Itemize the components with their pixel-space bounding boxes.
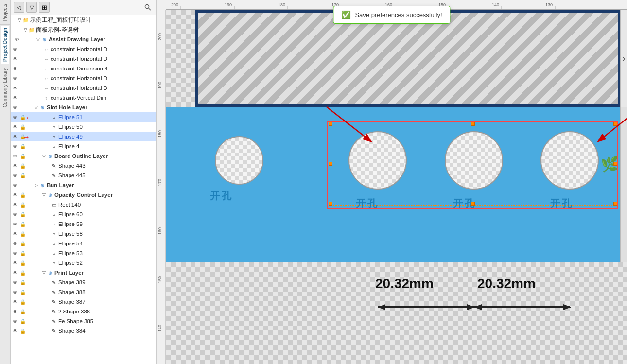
tree-item-e50[interactable]: 👁🔒 ○ Ellipse 50 [11, 122, 156, 132]
tree-child-root[interactable]: ▽ 📁 面板示例-圣诞树 [11, 25, 156, 35]
eye-icon-e4[interactable]: 👁 [12, 143, 18, 150]
eye-icon-e49[interactable]: 👁 [12, 133, 18, 140]
toolbar-btn-2[interactable]: ▽ [26, 2, 37, 13]
tree-toggle-child[interactable]: ▽ [22, 27, 28, 33]
tree-item-ch3[interactable]: 👁 ↔ constraint-Dimension 4 [11, 64, 156, 73]
tree-toggle-root[interactable]: ▽ [17, 17, 22, 23]
toggle-bun[interactable]: ▷ [33, 182, 39, 188]
toggle-slot[interactable]: ▽ [33, 104, 39, 110]
eye-icon[interactable]: 👁 [12, 46, 18, 52]
toggle-print[interactable]: ▽ [41, 270, 47, 276]
lock-icon-e59[interactable]: 🔒 [19, 221, 26, 227]
tree-item-ch2[interactable]: 👁 ↔ constraint-Horizontal D [11, 54, 156, 64]
eye-icon-board[interactable]: 👁 [12, 153, 18, 159]
lock-icon-s385[interactable]: 🔒 [19, 318, 26, 325]
tree-layer-bun[interactable]: 👁 ▷ ⊕ Bun Layer [11, 180, 156, 190]
eye-icon-s387[interactable]: 👁 [12, 298, 18, 305]
tree-item-s387[interactable]: 👁🔒 ✎ Shape 387 [11, 297, 156, 307]
tree-item-e51[interactable]: 👁 🔒 → ○ Ellipse 51 [11, 112, 156, 122]
lock-icon-e54[interactable]: 🔒 [19, 240, 26, 247]
tree-layer-opacity[interactable]: 👁🔒 ▽ ⊕ Opacity Control Layer [11, 190, 156, 200]
eye-icon-slot[interactable]: 👁 [12, 104, 18, 111]
tree-item-ch6[interactable]: 👁 ↕ constraint-Vertical Dim [11, 93, 156, 103]
tree-item-r140[interactable]: 👁🔒 ▭ Rect 140 [11, 200, 156, 209]
tree-item-e53[interactable]: 👁🔒 ○ Ellipse 53 [11, 248, 156, 258]
tree-item-s386[interactable]: 👁🔒 ✎ 2 Shape 386 [11, 307, 156, 316]
eye-icon-assist[interactable]: 👁 [14, 36, 20, 43]
tree-item-s385[interactable]: 👁🔒 ✎ Fe Shape 385 [11, 316, 156, 326]
search-icon[interactable] [142, 2, 153, 13]
eye-icon-e54[interactable]: 👁 [12, 240, 18, 247]
toolbar-btn-3[interactable]: ⊞ [39, 2, 50, 13]
eye-icon-s384[interactable]: 👁 [12, 328, 18, 334]
toggle-board[interactable]: ▽ [41, 153, 47, 159]
lock-icon-e52[interactable]: 🔒 [19, 260, 26, 266]
tree-item-e49[interactable]: 👁 🔒 → ○ Ellipse 49 [11, 132, 156, 141]
tree-item-s443[interactable]: 👁🔒 ✎ Shape 443 [11, 161, 156, 171]
eye-icon-e59[interactable]: 👁 [12, 221, 18, 227]
sidebar-tab-projects[interactable]: Projects [1, 2, 9, 23]
eye-icon-e60[interactable]: 👁 [12, 211, 18, 218]
eye-icon-s443[interactable]: 👁 [12, 162, 18, 169]
tree-layer-assist[interactable]: 👁 ▽ ⊕ Assist Drawing Layer [11, 35, 156, 44]
eye-icon[interactable]: 👁 [12, 85, 18, 91]
lock-icon-s386[interactable]: 🔒 [19, 308, 26, 315]
lock-icon-e53[interactable]: 🔒 [19, 250, 26, 257]
lock-icon-s443[interactable]: 🔒 [19, 162, 26, 169]
eye-icon-s445[interactable]: 👁 [12, 172, 18, 179]
toolbar-btn-1[interactable]: ◁ [14, 2, 24, 13]
eye-icon-s388[interactable]: 👁 [12, 289, 18, 295]
lock-icon-print[interactable]: 🔒 [19, 269, 26, 276]
tree-item-e52[interactable]: 👁🔒 ○ Ellipse 52 [11, 258, 156, 268]
tree-item-s445[interactable]: 👁🔒 ✎ Shape 445 [11, 171, 156, 180]
tree-item-e59[interactable]: 👁🔒 ○ Ellipse 59 [11, 219, 156, 229]
tree-item-ch4[interactable]: 👁 ↔ constraint-Horizontal D [11, 73, 156, 83]
tree-item-e54[interactable]: 👁🔒 ○ Ellipse 54 [11, 239, 156, 248]
eye-icon[interactable]: 👁 [12, 55, 18, 62]
lock-icon-e58[interactable]: 🔒 [19, 230, 26, 237]
eye-icon-s386[interactable]: 👁 [12, 308, 18, 315]
lock-icon-s387[interactable]: 🔒 [19, 298, 26, 305]
tree-item-s384[interactable]: 👁🔒 ✎ Shape 384 [11, 326, 156, 336]
eye-icon-bun[interactable]: 👁 [12, 182, 18, 189]
lock-icon-board[interactable]: 🔒 [19, 153, 26, 159]
eye-icon-s389[interactable]: 👁 [12, 279, 18, 286]
eye-icon-opacity[interactable]: 👁 [12, 191, 18, 198]
lock-icon-s445[interactable]: 🔒 [19, 172, 26, 179]
lock-icon-opacity[interactable]: 🔒 [19, 191, 26, 198]
lock-icon-s384[interactable]: 🔒 [19, 328, 26, 334]
eye-icon[interactable]: 👁 [12, 94, 18, 101]
tree-item-ch1[interactable]: 👁 ↔ constraint-Horizontal D [11, 44, 156, 54]
eye-icon[interactable]: 👁 [12, 75, 18, 82]
tree-item-e58[interactable]: 👁🔒 ○ Ellipse 58 [11, 229, 156, 239]
lock-icon-e50[interactable]: 🔒 [19, 123, 26, 130]
lock-icon-r140[interactable]: 🔒 [19, 201, 26, 208]
sidebar-tab-commonly-library[interactable]: Commonly Library [1, 66, 9, 109]
lock-icon-s389[interactable]: 🔒 [19, 279, 26, 286]
tree-item-s388[interactable]: 👁🔒 ✎ Shape 388 [11, 287, 156, 297]
eye-icon-e58[interactable]: 👁 [12, 230, 18, 237]
toggle-opacity[interactable]: ▽ [41, 192, 47, 198]
toggle-assist[interactable]: ▽ [35, 36, 41, 42]
eye-icon-print[interactable]: 👁 [12, 269, 18, 276]
eye-icon-e50[interactable]: 👁 [12, 123, 18, 130]
lock-icon-e60[interactable]: 🔒 [19, 211, 26, 218]
tree-item-e4[interactable]: 👁🔒 ○ Ellipse 4 [11, 141, 156, 151]
tree-layer-slot[interactable]: 👁 ▽ ⊕ Slot Hole Layer [11, 103, 156, 112]
eye-icon-e52[interactable]: 👁 [12, 260, 18, 266]
eye-icon-e51[interactable]: 👁 [12, 114, 18, 121]
sidebar-tab-project-design[interactable]: Project Design [1, 26, 9, 64]
eye-icon-s385[interactable]: 👁 [12, 318, 18, 325]
lock-icon-e4[interactable]: 🔒 [19, 143, 26, 150]
tree-item-e60[interactable]: 👁🔒 ○ Ellipse 60 [11, 209, 156, 219]
eye-icon[interactable]: 👁 [12, 65, 18, 72]
eye-icon-e53[interactable]: 👁 [12, 250, 18, 257]
tree-item-s389[interactable]: 👁🔒 ✎ Shape 389 [11, 277, 156, 287]
lock-icon-s388[interactable]: 🔒 [19, 289, 26, 295]
tree-root[interactable]: ▽ 📁 示例工程_面板打印设计 [11, 15, 156, 25]
tree-layer-board[interactable]: 👁🔒 ▽ ⊕ Board Outline Layer [11, 151, 156, 161]
handle-br [613, 202, 617, 206]
eye-icon-r140[interactable]: 👁 [12, 201, 18, 208]
tree-layer-print[interactable]: 👁🔒 ▽ ⊕ Print Layer [11, 268, 156, 277]
tree-item-ch5[interactable]: 👁 ↔ constraint-Horizontal D [11, 83, 156, 93]
